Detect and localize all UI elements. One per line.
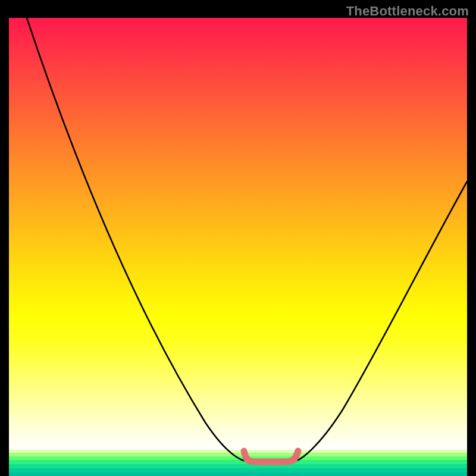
green-band	[9, 460, 467, 464]
watermark-text: TheBottleneck.com	[346, 4, 469, 19]
chart-frame	[9, 18, 467, 476]
plot-area	[9, 18, 467, 476]
green-band	[9, 464, 467, 468]
green-band	[9, 472, 467, 476]
green-band	[9, 468, 467, 472]
gradient-background	[9, 18, 467, 450]
